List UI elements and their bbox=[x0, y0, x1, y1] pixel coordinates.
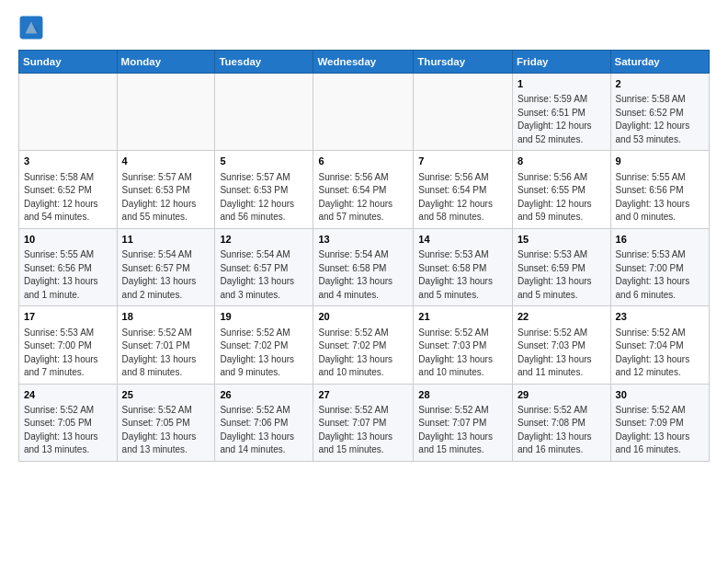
weekday-row: SundayMondayTuesdayWednesdayThursdayFrid… bbox=[19, 51, 710, 74]
cell-inner: 4Sunrise: 5:57 AM Sunset: 6:53 PM Daylig… bbox=[122, 155, 210, 224]
calendar-cell: 21Sunrise: 5:52 AM Sunset: 7:03 PM Dayli… bbox=[414, 306, 513, 384]
day-number: 3 bbox=[24, 155, 112, 168]
weekday-header: Friday bbox=[513, 51, 611, 74]
cell-inner: 13Sunrise: 5:54 AM Sunset: 6:58 PM Dayli… bbox=[318, 233, 408, 302]
calendar-cell: 23Sunrise: 5:52 AM Sunset: 7:04 PM Dayli… bbox=[610, 306, 709, 384]
day-number: 2 bbox=[616, 77, 704, 91]
day-info: Sunrise: 5:52 AM Sunset: 7:02 PM Dayligh… bbox=[318, 327, 408, 380]
logo bbox=[18, 15, 48, 40]
day-number: 7 bbox=[418, 155, 507, 168]
header bbox=[18, 15, 710, 40]
cell-inner: 2Sunrise: 5:58 AM Sunset: 6:52 PM Daylig… bbox=[616, 77, 704, 146]
calendar-cell: 6Sunrise: 5:56 AM Sunset: 6:54 PM Daylig… bbox=[313, 151, 414, 228]
day-number: 14 bbox=[418, 233, 507, 247]
day-number: 23 bbox=[616, 310, 704, 324]
calendar-cell: 18Sunrise: 5:52 AM Sunset: 7:01 PM Dayli… bbox=[117, 306, 215, 384]
cell-inner: 29Sunrise: 5:52 AM Sunset: 7:08 PM Dayli… bbox=[518, 388, 606, 457]
calendar-cell bbox=[117, 74, 215, 151]
day-info: Sunrise: 5:53 AM Sunset: 6:59 PM Dayligh… bbox=[518, 248, 606, 302]
calendar-cell: 15Sunrise: 5:53 AM Sunset: 6:59 PM Dayli… bbox=[513, 228, 611, 305]
calendar-cell: 26Sunrise: 5:52 AM Sunset: 7:06 PM Dayli… bbox=[215, 384, 313, 461]
calendar-cell: 5Sunrise: 5:57 AM Sunset: 6:53 PM Daylig… bbox=[215, 151, 313, 228]
cell-inner: 25Sunrise: 5:52 AM Sunset: 7:05 PM Dayli… bbox=[122, 388, 210, 457]
day-number: 28 bbox=[418, 388, 507, 402]
calendar-cell: 16Sunrise: 5:53 AM Sunset: 7:00 PM Dayli… bbox=[610, 228, 709, 305]
day-number: 8 bbox=[518, 155, 606, 168]
weekday-header: Sunday bbox=[19, 51, 118, 74]
cell-inner: 8Sunrise: 5:56 AM Sunset: 6:55 PM Daylig… bbox=[518, 155, 606, 224]
calendar-cell: 7Sunrise: 5:56 AM Sunset: 6:54 PM Daylig… bbox=[414, 151, 513, 228]
day-number: 21 bbox=[418, 310, 507, 324]
day-info: Sunrise: 5:56 AM Sunset: 6:55 PM Dayligh… bbox=[518, 171, 606, 224]
cell-inner: 21Sunrise: 5:52 AM Sunset: 7:03 PM Dayli… bbox=[418, 310, 507, 379]
cell-inner: 16Sunrise: 5:53 AM Sunset: 7:00 PM Dayli… bbox=[616, 233, 704, 302]
calendar-cell: 13Sunrise: 5:54 AM Sunset: 6:58 PM Dayli… bbox=[313, 228, 414, 305]
day-number: 4 bbox=[122, 155, 210, 168]
calendar-cell: 2Sunrise: 5:58 AM Sunset: 6:52 PM Daylig… bbox=[610, 74, 709, 151]
day-info: Sunrise: 5:53 AM Sunset: 6:58 PM Dayligh… bbox=[418, 248, 507, 302]
day-number: 20 bbox=[318, 310, 408, 324]
cell-inner: 28Sunrise: 5:52 AM Sunset: 7:07 PM Dayli… bbox=[418, 388, 507, 457]
day-info: Sunrise: 5:58 AM Sunset: 6:52 PM Dayligh… bbox=[616, 93, 704, 146]
day-number: 16 bbox=[616, 233, 704, 247]
cell-inner: 18Sunrise: 5:52 AM Sunset: 7:01 PM Dayli… bbox=[122, 310, 210, 379]
day-info: Sunrise: 5:54 AM Sunset: 6:58 PM Dayligh… bbox=[318, 248, 408, 302]
day-number: 18 bbox=[122, 310, 210, 324]
cell-inner: 5Sunrise: 5:57 AM Sunset: 6:53 PM Daylig… bbox=[220, 155, 308, 224]
calendar-week-row: 3Sunrise: 5:58 AM Sunset: 6:52 PM Daylig… bbox=[19, 151, 710, 228]
calendar-week-row: 24Sunrise: 5:52 AM Sunset: 7:05 PM Dayli… bbox=[19, 384, 710, 461]
cell-inner: 17Sunrise: 5:53 AM Sunset: 7:00 PM Dayli… bbox=[24, 310, 112, 379]
day-number: 30 bbox=[616, 388, 704, 402]
calendar-cell: 24Sunrise: 5:52 AM Sunset: 7:05 PM Dayli… bbox=[19, 384, 118, 461]
day-info: Sunrise: 5:52 AM Sunset: 7:05 PM Dayligh… bbox=[24, 404, 112, 457]
day-info: Sunrise: 5:52 AM Sunset: 7:04 PM Dayligh… bbox=[616, 327, 704, 380]
calendar-cell: 27Sunrise: 5:52 AM Sunset: 7:07 PM Dayli… bbox=[313, 384, 414, 461]
calendar-header: SundayMondayTuesdayWednesdayThursdayFrid… bbox=[19, 51, 710, 74]
calendar-cell: 3Sunrise: 5:58 AM Sunset: 6:52 PM Daylig… bbox=[19, 151, 118, 228]
day-number: 24 bbox=[24, 388, 112, 402]
day-info: Sunrise: 5:54 AM Sunset: 6:57 PM Dayligh… bbox=[220, 248, 308, 302]
day-info: Sunrise: 5:54 AM Sunset: 6:57 PM Dayligh… bbox=[122, 248, 210, 302]
calendar-cell bbox=[19, 74, 118, 151]
day-number: 9 bbox=[616, 155, 704, 168]
calendar-cell: 30Sunrise: 5:52 AM Sunset: 7:09 PM Dayli… bbox=[610, 384, 709, 461]
logo-icon bbox=[18, 15, 44, 40]
day-info: Sunrise: 5:59 AM Sunset: 6:51 PM Dayligh… bbox=[518, 93, 606, 146]
calendar-week-row: 17Sunrise: 5:53 AM Sunset: 7:00 PM Dayli… bbox=[19, 306, 710, 384]
day-number: 25 bbox=[122, 388, 210, 402]
cell-inner: 27Sunrise: 5:52 AM Sunset: 7:07 PM Dayli… bbox=[318, 388, 408, 457]
cell-inner: 19Sunrise: 5:52 AM Sunset: 7:02 PM Dayli… bbox=[220, 310, 308, 379]
calendar-cell: 4Sunrise: 5:57 AM Sunset: 6:53 PM Daylig… bbox=[117, 151, 215, 228]
day-number: 29 bbox=[518, 388, 606, 402]
day-info: Sunrise: 5:58 AM Sunset: 6:52 PM Dayligh… bbox=[24, 171, 112, 224]
day-info: Sunrise: 5:52 AM Sunset: 7:05 PM Dayligh… bbox=[122, 404, 210, 457]
day-info: Sunrise: 5:55 AM Sunset: 6:56 PM Dayligh… bbox=[24, 248, 112, 302]
calendar-week-row: 10Sunrise: 5:55 AM Sunset: 6:56 PM Dayli… bbox=[19, 228, 710, 305]
day-number: 13 bbox=[318, 233, 408, 247]
day-number: 19 bbox=[220, 310, 308, 324]
calendar-cell: 19Sunrise: 5:52 AM Sunset: 7:02 PM Dayli… bbox=[215, 306, 313, 384]
calendar-cell: 8Sunrise: 5:56 AM Sunset: 6:55 PM Daylig… bbox=[513, 151, 611, 228]
day-info: Sunrise: 5:52 AM Sunset: 7:03 PM Dayligh… bbox=[418, 327, 507, 380]
day-info: Sunrise: 5:52 AM Sunset: 7:07 PM Dayligh… bbox=[318, 404, 408, 457]
day-number: 15 bbox=[518, 233, 606, 247]
calendar-week-row: 1Sunrise: 5:59 AM Sunset: 6:51 PM Daylig… bbox=[19, 74, 710, 151]
day-info: Sunrise: 5:52 AM Sunset: 7:02 PM Dayligh… bbox=[220, 327, 308, 380]
cell-inner: 11Sunrise: 5:54 AM Sunset: 6:57 PM Dayli… bbox=[122, 233, 210, 302]
day-number: 22 bbox=[518, 310, 606, 324]
day-number: 12 bbox=[220, 233, 308, 247]
day-info: Sunrise: 5:52 AM Sunset: 7:09 PM Dayligh… bbox=[616, 404, 704, 457]
day-number: 10 bbox=[24, 233, 112, 247]
cell-inner: 14Sunrise: 5:53 AM Sunset: 6:58 PM Dayli… bbox=[418, 233, 507, 302]
weekday-header: Monday bbox=[117, 51, 215, 74]
cell-inner: 20Sunrise: 5:52 AM Sunset: 7:02 PM Dayli… bbox=[318, 310, 408, 379]
calendar-cell: 1Sunrise: 5:59 AM Sunset: 6:51 PM Daylig… bbox=[513, 74, 611, 151]
cell-inner: 1Sunrise: 5:59 AM Sunset: 6:51 PM Daylig… bbox=[518, 77, 606, 146]
calendar-cell: 12Sunrise: 5:54 AM Sunset: 6:57 PM Dayli… bbox=[215, 228, 313, 305]
day-number: 6 bbox=[318, 155, 408, 168]
day-info: Sunrise: 5:55 AM Sunset: 6:56 PM Dayligh… bbox=[616, 171, 704, 224]
calendar-cell: 14Sunrise: 5:53 AM Sunset: 6:58 PM Dayli… bbox=[414, 228, 513, 305]
day-info: Sunrise: 5:52 AM Sunset: 7:06 PM Dayligh… bbox=[220, 404, 308, 457]
day-info: Sunrise: 5:52 AM Sunset: 7:03 PM Dayligh… bbox=[518, 327, 606, 380]
day-number: 11 bbox=[122, 233, 210, 247]
